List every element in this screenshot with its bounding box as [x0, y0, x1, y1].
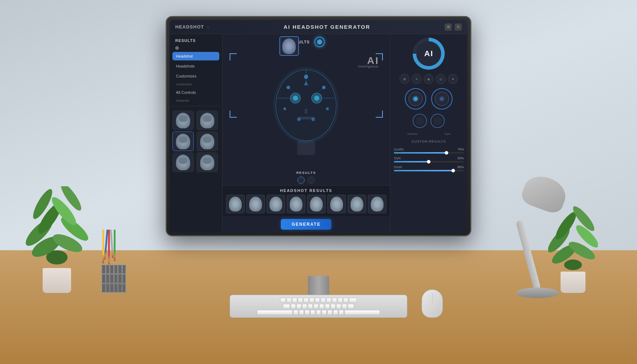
key-j[interactable] — [327, 310, 332, 315]
key-p[interactable] — [342, 304, 347, 309]
key-11[interactable] — [338, 298, 343, 303]
result-thumb-8[interactable] — [368, 195, 386, 213]
lamp-arm — [516, 220, 541, 290]
key-l[interactable] — [339, 310, 344, 315]
result-thumb-7[interactable] — [348, 195, 366, 213]
result-thumb-2[interactable] — [246, 195, 265, 213]
slider-track-3[interactable] — [394, 170, 464, 171]
custom-results-label: CUSTOM RESULTS — [394, 140, 464, 143]
key-g[interactable] — [316, 310, 321, 315]
header-icon-1[interactable]: ⚙ — [445, 23, 452, 31]
key-e[interactable] — [302, 304, 307, 309]
plant-leaves-left — [25, 186, 89, 272]
result-thumb-6[interactable] — [327, 195, 346, 213]
sidebar-item-customizes[interactable]: Customizes — [172, 72, 219, 80]
key-enter-top[interactable] — [348, 304, 354, 309]
key-4[interactable] — [298, 298, 303, 303]
key-r[interactable] — [308, 304, 313, 309]
key-5[interactable] — [304, 298, 309, 303]
key-10[interactable] — [332, 298, 337, 303]
result-thumb-4[interactable] — [287, 195, 305, 213]
slider-thumb-1[interactable] — [445, 151, 448, 155]
result-thumb-3[interactable] — [267, 195, 285, 213]
sm-circle-1[interactable] — [413, 114, 427, 128]
result-thumb-5[interactable] — [307, 195, 326, 213]
big-circle-ctrl-2[interactable] — [431, 88, 453, 109]
sidebar-thumb-3[interactable] — [172, 132, 194, 151]
key-s[interactable] — [299, 310, 304, 315]
sidebar-sub-customizes: customizes — [172, 82, 219, 87]
generate-button[interactable]: GENERATE — [281, 219, 331, 230]
circle-controls — [394, 88, 464, 109]
ai-face-area: AI Intelligence — [223, 50, 390, 167]
app-title-center: AI HEADSHOT GENERATOR — [209, 24, 445, 30]
sidebar-thumb-4[interactable] — [197, 132, 218, 151]
ctrl-icon-5[interactable]: ✦ — [448, 74, 458, 84]
key-6[interactable] — [309, 298, 314, 303]
ctrl-icon-4[interactable]: ⊙ — [436, 74, 446, 84]
key-q[interactable] — [291, 304, 296, 309]
sidebar-item-all-controls[interactable]: All Controls — [172, 88, 219, 97]
key-1[interactable] — [280, 298, 286, 303]
scan-corner-br — [376, 111, 383, 118]
key-u[interactable] — [325, 304, 330, 309]
slider-label-3: Detail — [394, 165, 402, 169]
sidebar-thumb-6[interactable] — [197, 152, 218, 172]
key-3[interactable] — [292, 298, 297, 303]
result-face-4 — [290, 197, 303, 212]
key-space[interactable] — [257, 310, 293, 315]
header-icons: ⚙ ↻ — [445, 23, 462, 31]
header-icon-2[interactable]: ↻ — [455, 23, 462, 31]
result-thumb-1[interactable] — [226, 195, 245, 213]
key-7[interactable] — [315, 298, 320, 303]
slider-label-1: Quality — [394, 148, 404, 151]
sidebar-divider — [172, 106, 219, 106]
key-w[interactable] — [296, 304, 301, 309]
ctrl-icon-1[interactable]: ⊕ — [400, 74, 410, 84]
sidebar-thumb-1[interactable] — [172, 111, 194, 130]
slider-thumb-2[interactable] — [427, 160, 430, 164]
sm-circle-inner-1 — [416, 117, 424, 125]
slider-val-2: 50% — [457, 156, 464, 160]
key-y[interactable] — [319, 304, 324, 309]
ctrl-icon-2[interactable]: ≡ — [412, 74, 422, 84]
key-f[interactable] — [310, 310, 315, 315]
key-9[interactable] — [326, 298, 331, 303]
result-icon-2[interactable] — [307, 177, 315, 184]
ai-circle-inner: AI — [416, 41, 441, 66]
key-8[interactable] — [321, 298, 326, 303]
sidebar-item-headshot[interactable]: Headshot — [172, 52, 219, 60]
key-k[interactable] — [333, 310, 338, 315]
key-t[interactable] — [314, 304, 318, 309]
sm-circle-2[interactable] — [430, 114, 445, 128]
slider-row-3: Detail 85% — [394, 165, 464, 171]
sidebar-thumb-2[interactable] — [197, 111, 218, 130]
slider-track-1[interactable] — [394, 152, 464, 154]
thumb-face-3 — [176, 134, 190, 149]
slider-val-1: 75% — [457, 148, 464, 151]
result-face-7 — [350, 197, 363, 212]
slider-track-2[interactable] — [394, 161, 464, 162]
key-a[interactable] — [293, 310, 298, 315]
results-bar: RESULTS — [223, 34, 390, 50]
big-circle-ctrl-1[interactable] — [405, 88, 426, 109]
svg-point-35 — [297, 118, 301, 121]
key-h[interactable] — [322, 310, 327, 315]
key-tab[interactable] — [283, 304, 290, 309]
key-2[interactable] — [287, 298, 291, 303]
key-12[interactable] — [343, 298, 348, 303]
slider-thumb-3[interactable] — [451, 169, 455, 172]
slider-label-2: Style — [394, 156, 401, 160]
sidebar-thumb-5[interactable] — [172, 152, 194, 172]
ctrl-icon-3[interactable]: ◈ — [424, 74, 434, 84]
key-space-right[interactable] — [344, 310, 380, 315]
key-o[interactable] — [336, 304, 341, 309]
result-icon-1[interactable] — [298, 177, 305, 184]
generate-btn-area: GENERATE — [223, 216, 390, 232]
key-d[interactable] — [305, 310, 310, 315]
key-i[interactable] — [331, 304, 336, 309]
sidebar-item-headshots[interactable]: Headshots — [172, 62, 219, 70]
thumb-face-4 — [200, 134, 214, 149]
key-backspace[interactable] — [349, 298, 357, 303]
results-indicator — [315, 37, 325, 47]
